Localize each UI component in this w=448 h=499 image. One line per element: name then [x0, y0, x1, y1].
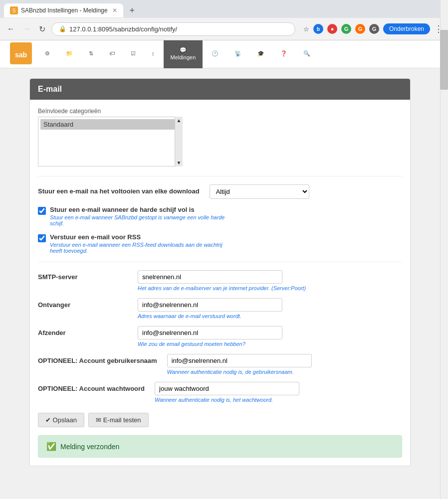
extension-icon-1[interactable]: b	[313, 24, 323, 34]
smtp-row: SMTP-server Het adres van de e-mailserve…	[38, 270, 402, 291]
extension-icon-4[interactable]: G	[355, 24, 365, 34]
rss-hint: Verstuur een e-mail wanneer een RSS-feed…	[50, 242, 229, 254]
new-tab-btn[interactable]: +	[126, 5, 138, 16]
save-button[interactable]: ✔ Opslaan	[38, 413, 84, 427]
smtp-hint: Het adres van de e-mailserver van je int…	[138, 285, 402, 291]
search-icon: 🔍	[303, 50, 310, 57]
extension-icon-3[interactable]: G	[341, 24, 351, 34]
account-pass-label: OPTIONEEL: Account wachtwoord	[38, 382, 145, 392]
smtp-label: SMTP-server	[38, 270, 128, 281]
folder-icon: 📁	[66, 50, 73, 57]
profile-btn[interactable]: Onderbroken	[383, 23, 430, 34]
recipient-row: Ontvanger Adres waarnaar de e-mail verst…	[38, 298, 402, 319]
sender-input[interactable]	[138, 326, 282, 339]
browser-tab[interactable]: S SABnzbd Instellingen - Meldinge ✕	[4, 3, 123, 17]
divider-2	[38, 262, 402, 262]
account-pass-input[interactable]	[155, 382, 299, 395]
nav-notifications-label: Meldingen	[171, 54, 196, 60]
success-icon: ✅	[46, 442, 56, 451]
nav-item-rss[interactable]: 📡	[227, 40, 248, 68]
rss-label: Verstuur een e-mail voor RSS	[50, 233, 141, 241]
label-icon: 🏷	[109, 50, 115, 56]
smtp-input[interactable]	[138, 270, 282, 284]
send-email-select[interactable]: Altijd Nooit Bij fouten	[210, 184, 309, 199]
success-bar: ✅ Melding verzonden	[38, 435, 402, 458]
success-message: Melding verzonden	[60, 443, 119, 451]
account-user-control: Wanneer authenticatie nodig is, de gebru…	[167, 354, 402, 375]
address-input[interactable]: 🔒 127.0.0.1:8095/sabnzbd/config/notify/	[51, 22, 295, 36]
category-option-standaard[interactable]: Standaard	[40, 119, 180, 130]
send-email-row: Stuur een e-mail na het voltooien van el…	[38, 184, 402, 199]
nav-item-learn[interactable]: 🎓	[250, 40, 271, 68]
tab-close-btn[interactable]: ✕	[112, 7, 117, 14]
clock-icon: 🕐	[212, 50, 219, 57]
main-content: E-mail Beïnvloede categorieën Standaard …	[9, 68, 439, 486]
extension-icon-2[interactable]: ●	[327, 24, 337, 34]
recipient-input[interactable]	[138, 298, 282, 312]
nav-item-help[interactable]: ❓	[273, 40, 294, 68]
nav-item-queue[interactable]: 📁	[59, 40, 80, 68]
account-pass-hint: Wanneer authenticatie nodig is, het wach…	[155, 397, 402, 403]
sender-label: Afzender	[38, 326, 128, 336]
nav-item-labels[interactable]: 🏷	[102, 40, 122, 68]
disk-full-content: Stuur een e-mail wanneer de harde schijf…	[50, 206, 229, 226]
nav-item-order[interactable]: ↕	[145, 40, 162, 68]
sender-hint: Wie zou de email gestuurd moeten hebben?	[138, 341, 402, 347]
disk-full-hint: Stuur een e-mail wanneer SABnzbd gestopt…	[50, 214, 229, 226]
favicon: S	[10, 6, 18, 14]
sabnzbd-logo: sab	[10, 42, 32, 64]
email-section-title: E-mail	[38, 85, 62, 93]
url-text: 127.0.0.1:8095/sabnzbd/config/notify/	[69, 25, 177, 33]
extension-icon-5[interactable]: G	[369, 24, 379, 34]
app-nav: sab ⚙ 📁 ⇅ 🏷 ☑ ↕ 💬 Meldingen 🕐 📡 🎓 ❓ 🔍	[0, 40, 448, 68]
email-card-header: E-mail	[30, 79, 410, 100]
account-user-input[interactable]	[167, 354, 312, 367]
scroll-down-icon[interactable]: ▼	[177, 160, 182, 166]
back-btn[interactable]: ←	[5, 22, 17, 35]
bookmark-icon[interactable]: ☆	[303, 25, 309, 33]
rss-checkbox[interactable]	[38, 234, 46, 242]
notification-icon: 💬	[180, 47, 187, 53]
config-icon: ⚙	[45, 50, 50, 57]
categories-container: Standaard ▲ ▼	[38, 117, 183, 166]
browser-chrome: S SABnzbd Instellingen - Meldinge ✕ + ← …	[0, 0, 448, 40]
nav-item-search[interactable]: 🔍	[296, 40, 317, 68]
account-user-row: OPTIONEEL: Account gebruikersnaam Wannee…	[38, 354, 402, 375]
send-email-label: Stuur een e-mail na het voltooien van el…	[38, 184, 200, 195]
account-user-label: OPTIONEEL: Account gebruikersnaam	[38, 354, 157, 364]
rss-content: Verstuur een e-mail voor RSS Verstuur ee…	[50, 233, 229, 254]
nav-item-sort[interactable]: ⇅	[82, 40, 100, 68]
reload-btn[interactable]: ↻	[37, 22, 47, 36]
sender-row: Afzender Wie zou de email gestuurd moete…	[38, 326, 402, 347]
select-scrollbar[interactable]: ▲ ▼	[175, 117, 183, 166]
rss-row: Verstuur een e-mail voor RSS Verstuur ee…	[38, 233, 402, 254]
account-pass-control: Wanneer authenticatie nodig is, het wach…	[155, 382, 402, 403]
disk-full-checkbox[interactable]	[38, 207, 46, 215]
scrollbar-thumb[interactable]	[440, 30, 448, 90]
email-card: E-mail Beïnvloede categorieën Standaard …	[29, 78, 411, 466]
tab-title: SABnzbd Instellingen - Meldinge	[21, 7, 107, 14]
rss-icon: 📡	[234, 50, 241, 57]
email-card-body: Beïnvloede categorieën Standaard ▲ ▼ Stu…	[30, 100, 410, 466]
check-icon: ☑	[131, 50, 136, 57]
categories-select[interactable]: Standaard	[38, 117, 183, 166]
account-user-hint: Wanneer authenticatie nodig is, de gebru…	[167, 369, 402, 375]
scroll-up-icon[interactable]: ▲	[177, 118, 182, 123]
test-email-button[interactable]: ✉ E-mail testen	[88, 413, 148, 427]
page-scrollbar[interactable]	[440, 0, 448, 486]
forward-btn[interactable]: →	[21, 22, 33, 35]
app-logo[interactable]: sab	[10, 42, 32, 66]
categories-section: Beïnvloede categorieën Standaard ▲ ▼	[38, 108, 402, 168]
smtp-control: Het adres van de e-mailserver van je int…	[138, 270, 402, 291]
graduation-icon: 🎓	[257, 50, 264, 57]
action-bar: ✔ Opslaan ✉ E-mail testen	[38, 413, 402, 427]
nav-item-notifications[interactable]: 💬 Meldingen	[164, 40, 203, 68]
recipient-control: Adres waarnaar de e-mail verstuurd wordt…	[138, 298, 402, 319]
nav-item-check[interactable]: ☑	[124, 40, 143, 68]
nav-item-clock[interactable]: 🕐	[205, 40, 225, 68]
recipient-hint: Adres waarnaar de e-mail verstuurd wordt…	[138, 313, 402, 319]
recipient-label: Ontvanger	[38, 298, 128, 309]
address-bar: ← → ↻ 🔒 127.0.0.1:8095/sabnzbd/config/no…	[0, 18, 448, 40]
nav-item-config[interactable]: ⚙	[38, 40, 57, 68]
account-pass-row: OPTIONEEL: Account wachtwoord Wanneer au…	[38, 382, 402, 403]
